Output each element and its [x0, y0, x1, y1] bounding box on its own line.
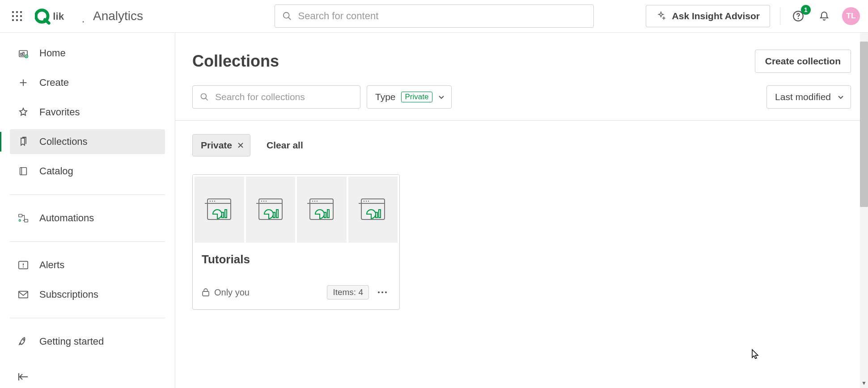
sidebar-item-label: Subscriptions: [39, 289, 98, 300]
global-search-input[interactable]: [298, 10, 586, 22]
mail-icon: [18, 289, 29, 300]
svg-rect-36: [222, 212, 224, 218]
type-filter-value: Private: [401, 92, 433, 102]
sidebar-item-label: Automations: [39, 212, 94, 224]
topbar: lik Analytics Ask Insight Advisor 1 TL: [0, 0, 868, 33]
search-icon: [200, 93, 209, 101]
svg-rect-51: [327, 210, 329, 218]
global-search[interactable]: [275, 4, 594, 28]
items-count-badge: Items: 4: [327, 285, 369, 299]
svg-point-7: [798, 18, 799, 19]
bookmark-icon: [18, 136, 29, 147]
app-launcher-button[interactable]: [10, 9, 24, 23]
cards-grid: Tutorials Only you Items: 4: [175, 161, 868, 323]
svg-rect-10: [23, 52, 24, 55]
card-visibility: Only you: [202, 287, 322, 298]
sidebar-item-getting-started[interactable]: Getting started: [10, 329, 165, 354]
sidebar-item-subscriptions[interactable]: Subscriptions: [10, 282, 165, 307]
collapse-sidebar-button[interactable]: [10, 366, 165, 388]
divider: [10, 241, 165, 242]
svg-rect-52: [361, 199, 385, 219]
type-filter-label: Type: [375, 92, 396, 102]
sidebar: Home Create Favorites Collections Catalo: [0, 33, 175, 388]
notifications-button[interactable]: [816, 8, 832, 24]
collapse-icon: [18, 372, 29, 381]
main-content: Collections Create collection Type Priva…: [175, 33, 868, 388]
svg-point-54: [364, 201, 364, 202]
automations-icon: [18, 213, 29, 224]
svg-point-49: [317, 201, 318, 202]
svg-point-33: [210, 201, 211, 202]
catalog-icon: [18, 166, 29, 177]
sidebar-item-collections[interactable]: Collections: [10, 129, 165, 154]
more-icon: [377, 291, 388, 294]
svg-point-24: [23, 339, 24, 340]
sidebar-item-catalog[interactable]: Catalog: [10, 159, 165, 184]
svg-point-22: [23, 266, 24, 267]
page-header: Collections Create collection: [175, 33, 868, 73]
create-collection-button[interactable]: Create collection: [755, 50, 851, 73]
svg-point-40: [261, 201, 262, 202]
svg-point-47: [312, 201, 313, 202]
svg-point-48: [314, 201, 315, 202]
svg-rect-18: [25, 219, 28, 222]
sidebar-item-alerts[interactable]: Alerts: [10, 253, 165, 278]
sidebar-item-label: Alerts: [39, 259, 64, 271]
svg-line-5: [288, 17, 291, 20]
sidebar-item-favorites[interactable]: Favorites: [10, 100, 165, 125]
help-badge: 1: [801, 5, 811, 15]
divider: [10, 318, 165, 318]
filter-bar: Type Private Last modified: [175, 73, 868, 120]
sidebar-item-home[interactable]: Home: [10, 41, 165, 66]
svg-point-56: [368, 201, 369, 202]
svg-rect-23: [19, 291, 28, 298]
svg-text:lik: lik: [53, 11, 64, 22]
svg-rect-59: [203, 291, 209, 296]
rocket-icon: [18, 336, 29, 347]
collection-card[interactable]: Tutorials Only you Items: 4: [192, 174, 400, 310]
app-thumbnail: [297, 177, 347, 243]
visibility-label: Only you: [214, 287, 250, 298]
scrollbar[interactable]: ▼: [860, 33, 868, 388]
svg-rect-43: [273, 212, 275, 218]
sidebar-item-label: Home: [39, 47, 66, 59]
type-filter-dropdown[interactable]: Type Private: [367, 85, 452, 109]
collections-search-input[interactable]: [215, 92, 353, 102]
svg-point-3: [83, 21, 84, 22]
svg-rect-38: [259, 199, 282, 219]
page-title: Collections: [192, 52, 279, 71]
collections-search[interactable]: [192, 85, 360, 109]
help-button[interactable]: 1: [790, 8, 806, 24]
filter-chip-private[interactable]: Private: [192, 134, 250, 156]
sidebar-item-automations[interactable]: Automations: [10, 206, 165, 231]
app-thumbnail: [195, 177, 244, 243]
sidebar-item-label: Collections: [39, 136, 88, 148]
sort-dropdown[interactable]: Last modified: [766, 85, 851, 109]
user-avatar[interactable]: TL: [842, 7, 860, 25]
active-filters-row: Private Clear all: [175, 121, 868, 161]
scroll-down-icon[interactable]: ▼: [860, 380, 868, 386]
sort-label: Last modified: [775, 92, 831, 102]
svg-point-35: [214, 201, 215, 202]
lock-icon: [202, 288, 210, 297]
card-more-button[interactable]: [374, 284, 390, 300]
sidebar-item-label: Catalog: [39, 165, 73, 177]
sidebar-item-label: Favorites: [39, 106, 80, 118]
sidebar-item-create[interactable]: Create: [10, 70, 165, 95]
sidebar-item-label: Getting started: [39, 336, 104, 347]
ask-insight-advisor-button[interactable]: Ask Insight Advisor: [646, 5, 770, 27]
svg-point-34: [212, 201, 213, 202]
scrollbar-thumb[interactable]: [860, 42, 868, 207]
qlik-logo-icon: lik: [35, 7, 85, 25]
svg-rect-57: [376, 212, 377, 218]
chevron-down-icon: [438, 93, 445, 101]
clear-all-button[interactable]: Clear all: [267, 140, 303, 151]
star-icon: [18, 107, 29, 118]
svg-point-42: [266, 201, 267, 202]
bell-icon: [819, 10, 830, 22]
svg-point-19: [19, 219, 21, 221]
svg-rect-58: [379, 210, 381, 218]
svg-point-62: [385, 291, 387, 293]
close-icon: [237, 142, 244, 148]
plus-icon: [18, 77, 29, 88]
